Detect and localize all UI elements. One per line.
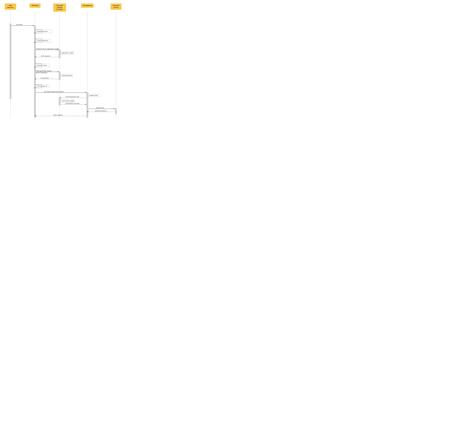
label-dcr-response: DCR response <box>41 55 50 57</box>
arrow-introspect-url <box>61 98 86 98</box>
label-client-creds: [Client Credentials <box>36 72 47 73</box>
arrow-user-login <box>11 25 34 26</box>
self-loop-top-gt <box>35 63 42 64</box>
self-loop-right-act <box>42 84 42 88</box>
arrowhead-ca-return <box>34 42 35 43</box>
participant-web-browser: Web Browser <box>5 4 16 10</box>
label-backend-call: backend call <box>96 107 104 109</box>
arrowhead-gt-return <box>34 66 35 67</box>
self-loop-bottom-act <box>35 88 42 88</box>
self-loop-bottom-auth <box>35 33 42 33</box>
activation-ip-introspect <box>59 97 60 105</box>
self-box-gen-token: Generate Token <box>36 64 50 67</box>
label-dcr-url: Call DCR URL for application creation <box>36 48 59 50</box>
self-box-app-created: Application created <box>61 51 74 54</box>
arrowhead-token-gen-req <box>57 71 59 72</box>
participant-identity-provider: 3rd party Identity Provider <box>53 4 66 12</box>
label-introspect-response: Introspection response <box>65 103 79 104</box>
activation-web-browser <box>10 24 11 99</box>
arrow-dcr-response <box>36 57 59 57</box>
arrowhead-dcr-response <box>35 56 36 57</box>
arrow-introspect-response <box>61 104 86 105</box>
self-loop-bottom-ca <box>35 42 42 42</box>
self-box-validate-token: Validate token <box>88 94 100 97</box>
lifeline-backend-service <box>116 11 116 118</box>
label-user-login: user-login <box>16 24 22 25</box>
activation-gw-main <box>87 92 88 118</box>
self-loop-right-ca <box>42 39 42 42</box>
activation-ip-dcr <box>59 50 60 58</box>
arrowhead-introspect-response <box>85 104 86 105</box>
arrowhead-act-return <box>34 87 35 88</box>
arrowhead-api-request <box>85 92 87 93</box>
activation-ip-token <box>59 72 60 80</box>
arrowhead-access-token <box>35 78 36 79</box>
self-loop-top-ca <box>35 39 42 39</box>
arrowhead-backend-call <box>114 108 115 109</box>
participant-api-store: API Store <box>29 4 40 8</box>
label-access-token: Access token <box>40 77 49 79</box>
self-loop-right-auth <box>42 29 42 33</box>
arrowhead-client-response <box>35 115 36 116</box>
self-box-create-app: Create Application <box>36 39 51 42</box>
sequence-diagram: Web Browser API Store 3rd party Identity… <box>0 0 127 118</box>
arrow-backend-call <box>88 109 115 109</box>
arrow-backend-response <box>88 112 115 112</box>
arrowhead-backend-response <box>87 111 88 112</box>
arrow-api-request <box>36 93 87 93</box>
label-client-response: client response <box>53 114 62 116</box>
label-introspect-url: Call Introspection URL <box>65 96 79 98</box>
arrow-dcr-url <box>36 50 59 50</box>
participant-backend-service: Backend service <box>111 4 122 10</box>
arrow-access-token <box>36 79 59 79</box>
arrowhead-introspect-url <box>60 97 61 98</box>
activation-bs-main <box>115 108 117 114</box>
self-box-authenticate: authenticate-user <box>36 30 52 33</box>
self-box-token-generated: Token generated <box>61 74 73 77</box>
participant-api-gateway: API Gateway <box>81 4 94 8</box>
self-loop-top-act <box>35 84 42 84</box>
self-loop-right-gt <box>42 63 42 67</box>
arrow-client-response <box>36 116 87 116</box>
self-box-check-token: Check token validity <box>61 100 74 102</box>
self-loop-top-auth <box>35 29 42 30</box>
activation-api-store-main <box>34 25 36 118</box>
label-api-request: API request (with access token) <box>44 91 63 93</box>
self-box-api-console: API-Console-Try <box>36 85 50 88</box>
label-token-gen-req: Token generation request <box>36 70 51 72</box>
arrowhead-auth-return <box>34 32 35 33</box>
arrowhead-user-login <box>33 25 34 26</box>
label-backend-response: backend response <box>95 110 106 112</box>
self-loop-bottom-gt <box>35 67 42 67</box>
